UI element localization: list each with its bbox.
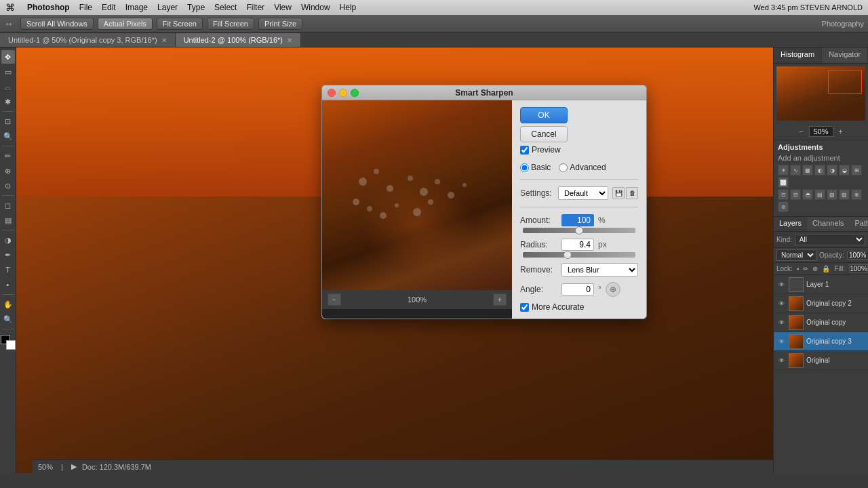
nav-preview[interactable] (776, 66, 865, 121)
move-tool[interactable]: ✥ (1, 50, 15, 64)
canvas-area[interactable]: Smart Sharpen (16, 47, 773, 473)
channels-tab[interactable]: Channels (807, 217, 849, 231)
color-boxes[interactable] (1, 335, 16, 350)
layer-eye-1[interactable]: 👁 (776, 299, 786, 308)
preview-checkbox[interactable] (520, 146, 529, 155)
angle-dial[interactable] (606, 282, 620, 297)
adj-photofilter[interactable]: ⊡ (778, 189, 789, 200)
adj-invert[interactable]: ⊘ (778, 201, 789, 212)
menu-edit[interactable]: Edit (102, 3, 116, 12)
amount-input[interactable] (561, 214, 594, 226)
settings-delete-btn[interactable]: 🗑 (626, 187, 638, 199)
advanced-radio[interactable] (559, 163, 568, 172)
marquee-tool[interactable]: ▭ (1, 65, 15, 79)
menu-help[interactable]: Help (340, 3, 357, 12)
preview-zoom-in-btn[interactable]: + (493, 293, 507, 306)
shape-tool[interactable]: ▪ (1, 278, 15, 291)
zoom-plus[interactable]: + (839, 127, 843, 136)
lock-transparent[interactable]: ▪ (797, 265, 800, 272)
menu-filter[interactable]: Filter (246, 3, 264, 12)
adj-bw[interactable]: ⬜ (778, 177, 789, 188)
nav-box[interactable] (828, 70, 862, 94)
quick-select-tool[interactable]: ✱ (1, 95, 15, 108)
scroll-all-windows-btn[interactable]: Scroll All Windows (20, 18, 94, 30)
layer-eye-4[interactable]: 👁 (776, 356, 786, 365)
adj-levels[interactable]: ▦ (802, 165, 813, 176)
adj-exposure[interactable]: ◓ (802, 189, 813, 200)
paths-tab[interactable]: Paths (850, 217, 868, 231)
blend-mode-dropdown[interactable]: Normal (776, 249, 816, 261)
menu-file[interactable]: File (79, 3, 92, 12)
tab-untitled1[interactable]: Untitled-1 @ 50% (Original copy 3, RGB/1… (0, 33, 176, 47)
cancel-button[interactable]: Cancel (520, 126, 568, 142)
layer-item-4[interactable]: 👁 Original (774, 351, 868, 370)
menu-type[interactable]: Type (187, 3, 205, 12)
layer-item-2[interactable]: 👁 Original copy (774, 313, 868, 332)
fill-screen-btn[interactable]: Fill Screen (207, 18, 254, 30)
adj-selectivecolor[interactable]: ⊕ (851, 189, 862, 200)
lock-position[interactable]: ⊕ (812, 265, 818, 272)
eyedropper-tool[interactable]: 🔍 (1, 129, 15, 143)
healing-tool[interactable]: ⊙ (1, 179, 15, 192)
layer-item-1[interactable]: 👁 Original copy 2 (774, 294, 868, 313)
basic-radio-option[interactable]: Basic (520, 163, 551, 172)
dialog-maximize-btn[interactable] (351, 89, 359, 97)
settings-save-btn[interactable]: 💾 (612, 187, 625, 199)
clone-tool[interactable]: ⊕ (1, 164, 15, 178)
adj-threshold[interactable]: ▧ (827, 189, 837, 200)
apple-menu[interactable]: ⌘ (5, 2, 15, 13)
radius-input[interactable] (561, 239, 594, 251)
advanced-radio-option[interactable]: Advanced (559, 163, 606, 172)
more-accurate-checkbox[interactable] (520, 303, 529, 312)
adj-posterize[interactable]: ▤ (814, 189, 825, 200)
adj-brightness[interactable]: ☀ (778, 165, 789, 176)
print-size-btn[interactable]: Print Size (258, 18, 302, 30)
pen-tool[interactable]: ✒ (1, 248, 15, 262)
background-color[interactable] (6, 340, 16, 350)
layer-eye-2[interactable]: 👁 (776, 318, 786, 327)
crop-tool[interactable]: ⊡ (1, 115, 15, 128)
actual-pixels-btn[interactable]: Actual Pixels (98, 18, 153, 30)
menu-layer[interactable]: Layer (157, 3, 178, 12)
layer-item-3[interactable]: 👁 Original copy 3 (774, 332, 868, 351)
tab-untitled2[interactable]: Untitled-2 @ 100% (RGB/16*) ✕ (176, 33, 301, 47)
basic-radio[interactable] (520, 163, 529, 172)
adj-colorbalance[interactable]: ⊞ (851, 165, 862, 176)
zoom-input[interactable] (809, 126, 833, 137)
opacity-input[interactable] (847, 251, 868, 260)
fit-screen-btn[interactable]: Fit Screen (157, 18, 203, 30)
angle-input[interactable] (561, 283, 594, 296)
type-tool[interactable]: T (1, 263, 15, 277)
gradient-tool[interactable]: ▤ (1, 214, 15, 227)
zoom-tool[interactable]: 🔍 (1, 312, 15, 326)
lock-pixels[interactable]: ✏ (803, 265, 808, 272)
fill-input[interactable] (849, 264, 868, 273)
zoom-minus[interactable]: − (799, 127, 803, 136)
layer-eye-0[interactable]: 👁 (776, 280, 786, 289)
brush-tool[interactable]: ✏ (1, 149, 15, 163)
dialog-preview-image[interactable] (322, 100, 512, 290)
adj-saturation[interactable]: ◑ (827, 165, 837, 176)
lasso-tool[interactable]: ⌓ (1, 80, 15, 94)
hand-tool[interactable]: ✋ (1, 298, 15, 311)
adj-channelmix[interactable]: ⊟ (790, 189, 801, 200)
dialog-minimize-btn[interactable] (339, 89, 347, 97)
adj-gradientmap[interactable]: ▨ (839, 189, 850, 200)
eraser-tool[interactable]: ◻ (1, 199, 15, 212)
menu-image[interactable]: Image (125, 3, 148, 12)
adj-vibrance[interactable]: ◒ (839, 165, 850, 176)
radius-slider[interactable] (523, 252, 635, 258)
tab-close-1[interactable]: ✕ (287, 37, 292, 44)
ok-button[interactable]: OK (520, 107, 568, 123)
kind-dropdown[interactable]: All (795, 234, 865, 245)
settings-dropdown[interactable]: Default (558, 186, 608, 200)
remove-dropdown[interactable]: Gaussian Blur Lens Blur Motion Blur (561, 263, 638, 277)
radius-slider-thumb[interactable] (564, 251, 572, 259)
layer-eye-3[interactable]: 👁 (776, 337, 786, 346)
histogram-tab[interactable]: Histogram (774, 47, 822, 63)
adj-curves[interactable]: ∿ (790, 165, 801, 176)
navigator-tab[interactable]: Navigator (822, 47, 868, 63)
amount-slider-thumb[interactable] (575, 226, 583, 235)
preview-zoom-out-btn[interactable]: − (328, 293, 341, 306)
dialog-close-btn[interactable] (328, 89, 336, 97)
